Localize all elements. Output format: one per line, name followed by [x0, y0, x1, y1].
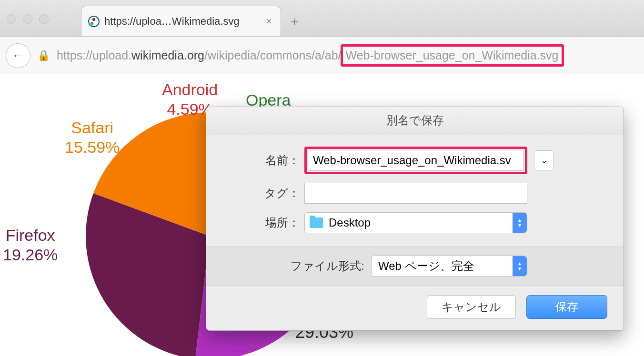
- lock-icon: 🔒: [37, 49, 50, 62]
- select-arrows-icon: ▲▼: [513, 213, 527, 233]
- name-row: 名前： ⌄: [223, 147, 606, 174]
- cancel-button[interactable]: キャンセル: [427, 295, 516, 319]
- dialog-footer: キャンセル 保存: [206, 286, 624, 330]
- file-format-row: ファイル形式: Web ページ、完全 ▲▼: [206, 247, 624, 286]
- tab-title: https://uploa…Wikimedia.svg: [104, 15, 259, 28]
- dialog-title: 別名で保存: [206, 107, 624, 135]
- file-format-value: Web ページ、完全: [378, 258, 474, 274]
- save-button[interactable]: 保存: [526, 295, 607, 319]
- url-prefix: https://upload.: [57, 49, 131, 62]
- window-close-button[interactable]: [7, 14, 16, 24]
- label-safari: Safari 15.59%: [65, 118, 120, 157]
- browser-tab[interactable]: https://uploa…Wikimedia.svg ×: [81, 6, 281, 36]
- save-as-dialog: 別名で保存 名前： ⌄ タグ： 場所： Desktop: [206, 107, 624, 331]
- page-content: Safari 15.59% Android 4.59% Opera Firefo…: [0, 74, 644, 356]
- location-label: 場所：: [223, 215, 304, 230]
- window-controls: [7, 14, 49, 24]
- expand-dialog-button[interactable]: ⌄: [534, 150, 554, 170]
- tab-close-icon[interactable]: ×: [264, 15, 274, 28]
- url-path: /wikipedia/commons/a/ab/: [204, 49, 342, 62]
- file-format-label: ファイル形式:: [223, 258, 371, 274]
- url-domain: wikimedia.org: [131, 49, 204, 62]
- arrow-left-icon: ←: [12, 48, 24, 63]
- tags-input[interactable]: [304, 183, 527, 204]
- tag-label: タグ：: [223, 186, 304, 201]
- file-format-select[interactable]: Web ページ、完全 ▲▼: [371, 256, 527, 277]
- select-arrows-icon: ▲▼: [513, 256, 527, 276]
- window-minimize-button[interactable]: [23, 14, 32, 24]
- wikimedia-favicon-icon: [88, 16, 100, 27]
- label-firefox: Firefox 19.26%: [3, 226, 58, 265]
- browser-tab-strip: https://uploa…Wikimedia.svg × +: [0, 0, 644, 37]
- address-field[interactable]: https://upload.wikimedia.org/wikipedia/c…: [57, 44, 564, 67]
- location-select[interactable]: Desktop ▲▼: [304, 212, 527, 233]
- url-filename: Web-browser_usage_on_Wikimedia.svg: [346, 49, 559, 62]
- window-zoom-button[interactable]: [39, 14, 49, 24]
- filename-input[interactable]: [308, 150, 524, 171]
- location-value: Desktop: [329, 216, 371, 229]
- new-tab-button[interactable]: +: [291, 14, 298, 30]
- name-input-highlight: [304, 147, 527, 174]
- dialog-body: 名前： ⌄ タグ： 場所： Desktop ▲▼: [206, 135, 624, 247]
- tag-row: タグ：: [223, 183, 606, 204]
- location-row: 場所： Desktop ▲▼: [223, 212, 606, 233]
- folder-icon: [310, 218, 323, 228]
- url-filename-highlight: Web-browser_usage_on_Wikimedia.svg: [341, 44, 564, 67]
- name-label: 名前：: [223, 153, 304, 168]
- chevron-down-icon: ⌄: [541, 155, 548, 166]
- back-button[interactable]: ←: [6, 43, 30, 68]
- url-bar: ← 🔒 https://upload.wikimedia.org/wikiped…: [0, 37, 644, 74]
